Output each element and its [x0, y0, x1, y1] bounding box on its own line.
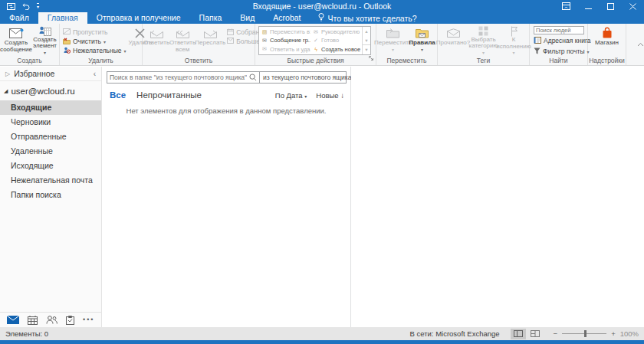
gallery-up-icon[interactable]: ▲ [363, 27, 370, 36]
folder-junk[interactable]: Нежелательная почта [0, 173, 101, 188]
search-row: из текущего почтового ящика ▾ [107, 71, 347, 84]
quick-step-move-to[interactable]: ▨Переместить в: ? [259, 28, 310, 36]
minimize-icon[interactable] [577, 0, 600, 12]
dropdown-caret-icon: ▾ [44, 51, 46, 55]
ribbon-group-move: Переместить▾ Правила▾ Переместить [376, 24, 438, 65]
tab-view[interactable]: Вид [231, 12, 264, 24]
filter-row: Все Непрочитанные По Дата ▾ Новые ↓ [110, 90, 344, 100]
undo-icon[interactable] [22, 3, 30, 10]
filter-unread-tab[interactable]: Непрочитанные [136, 90, 202, 100]
maximize-icon[interactable] [600, 0, 622, 12]
search-people-input[interactable] [534, 26, 584, 34]
move-button[interactable]: Переместить▾ [378, 25, 409, 56]
customize-qat-icon[interactable]: ▾ [37, 3, 39, 9]
expand-favorites-icon[interactable]: ▷ [5, 70, 10, 77]
check-icon: ✓ [313, 38, 319, 44]
quick-step-reply-delete[interactable]: ✉Ответить и уда... [259, 45, 310, 54]
reading-view-icon[interactable] [527, 329, 543, 339]
navigation-bar: ••• [0, 312, 101, 327]
reply-icon [150, 26, 164, 40]
ribbon-group-find: Адресная книга Фильтр почты ▾ Найти [530, 24, 588, 65]
forward-icon [203, 26, 218, 40]
folder-sent[interactable]: Отправленные [0, 129, 101, 144]
zoom-control: − + 100% [554, 329, 639, 338]
quick-step-create-new[interactable]: ϟСоздать новое [310, 45, 362, 54]
unread-read-button[interactable]: Прочитано? [439, 25, 468, 56]
junk-button[interactable]: Нежелательные ▾ [61, 46, 129, 55]
mailbox-search-input[interactable] [107, 74, 249, 81]
title-bar: ▾ Входящие - user@wcloud.ru - Outlook [0, 0, 644, 12]
rules-button[interactable]: Правила▾ [409, 25, 436, 56]
sort-order-toggle[interactable]: Новые ↓ [316, 91, 344, 100]
reply-all-icon [176, 26, 190, 40]
collapse-account-icon[interactable]: ◢ [4, 88, 8, 94]
ignore-button[interactable]: Пропустить [61, 28, 129, 37]
zoom-out-icon[interactable]: − [554, 329, 558, 338]
flag-icon [510, 26, 518, 37]
tab-send-receive[interactable]: Отправка и получение [87, 12, 190, 24]
store-button[interactable]: Магазин [590, 25, 624, 56]
folder-outbox[interactable]: Исходящие [0, 159, 101, 173]
new-email-icon [9, 26, 24, 40]
ribbon-group-create: Создать сообщение Создать элемент ▾ Созд… [0, 24, 60, 65]
envelope-icon: ✉ [313, 29, 319, 35]
search-scope-dropdown[interactable]: из текущего почтового ящика ▾ [260, 71, 347, 84]
zoom-percentage[interactable]: 100% [620, 329, 639, 338]
connection-status: В сети: Microsoft Exchange [410, 329, 500, 338]
folder-inbox[interactable]: Входящие [0, 100, 101, 115]
window-controls [555, 0, 644, 12]
forward-button[interactable]: Переслать [196, 25, 225, 56]
quick-step-team-message[interactable]: ✉Сообщение гр... [259, 36, 310, 44]
message-list-pane: из текущего почтового ящика ▾ Все Непроч… [102, 67, 351, 327]
group-label-create: Создать [0, 57, 59, 65]
quick-step-to-manager[interactable]: ✉Руководителю [310, 28, 362, 36]
reply-all-button[interactable]: Ответить всем [169, 25, 196, 56]
group-label-quick-steps: Быстрые действия [255, 57, 376, 65]
categorize-button[interactable]: Выбрать категорию ▾ [468, 25, 499, 56]
sort-by-dropdown[interactable]: По Дата ▾ [275, 91, 307, 100]
folder-search-folders[interactable]: Папки поиска [0, 188, 101, 202]
tab-acrobat[interactable]: Acrobat [264, 12, 310, 24]
filter-email-button[interactable]: Фильтр почты ▾ [534, 47, 591, 56]
reply-button[interactable]: Ответить [143, 25, 169, 56]
cleanup-button[interactable]: Очистить ▾ [61, 37, 129, 46]
zoom-slider[interactable] [562, 330, 606, 337]
quick-steps-dialog-launcher-icon[interactable] [368, 51, 374, 64]
lightning-icon: ϟ [313, 47, 319, 52]
new-item-button[interactable]: Создать элемент ▾ [31, 25, 58, 56]
quick-step-done[interactable]: ✓Готово [310, 36, 362, 44]
minimize-folder-pane-icon[interactable]: ‹ [94, 70, 96, 78]
dropdown-caret-icon: ▾ [104, 39, 106, 44]
search-icon[interactable] [249, 74, 257, 81]
group-label-move: Переместить [376, 57, 437, 65]
send-receive-icon[interactable] [7, 3, 15, 10]
favorites-header[interactable]: ▷ Избранное ‹ [0, 67, 101, 81]
follow-up-button[interactable]: К исполнению▾ [499, 25, 528, 56]
close-icon[interactable] [622, 0, 644, 12]
more-apps-icon[interactable]: ••• [83, 316, 94, 323]
zoom-slider-thumb[interactable] [584, 330, 586, 337]
folder-drafts[interactable]: Черновики [0, 115, 101, 129]
ribbon-display-options-icon[interactable] [555, 0, 577, 12]
tell-me-box[interactable]: Что вы хотите сделать? [310, 12, 425, 24]
new-email-button[interactable]: Создать сообщение [1, 25, 31, 56]
tasks-nav-icon[interactable] [66, 316, 74, 325]
filter-all-tab[interactable]: Все [110, 90, 126, 100]
normal-view-icon[interactable] [511, 329, 526, 339]
calendar-nav-icon[interactable] [28, 316, 38, 325]
mail-nav-icon[interactable] [7, 316, 19, 324]
gallery-down-icon[interactable]: ▼ [363, 36, 370, 45]
people-nav-icon[interactable] [46, 316, 58, 324]
tab-folder[interactable]: Папка [190, 12, 232, 24]
account-header[interactable]: ◢ user@wcloud.ru [0, 81, 101, 100]
collapse-ribbon-button[interactable] [626, 24, 644, 65]
categorize-icon [478, 26, 488, 37]
tab-file[interactable]: Файл [0, 12, 38, 24]
ribbon: Создать сообщение Создать элемент ▾ Созд… [0, 24, 644, 66]
folder-deleted[interactable]: Удаленные [0, 144, 101, 159]
address-book-button[interactable]: Адресная книга [534, 36, 591, 45]
zoom-in-icon[interactable]: + [611, 329, 616, 338]
tab-home[interactable]: Главная [38, 12, 87, 24]
dropdown-caret-icon: ▾ [512, 51, 514, 55]
chevron-down-icon: ▾ [304, 94, 307, 99]
